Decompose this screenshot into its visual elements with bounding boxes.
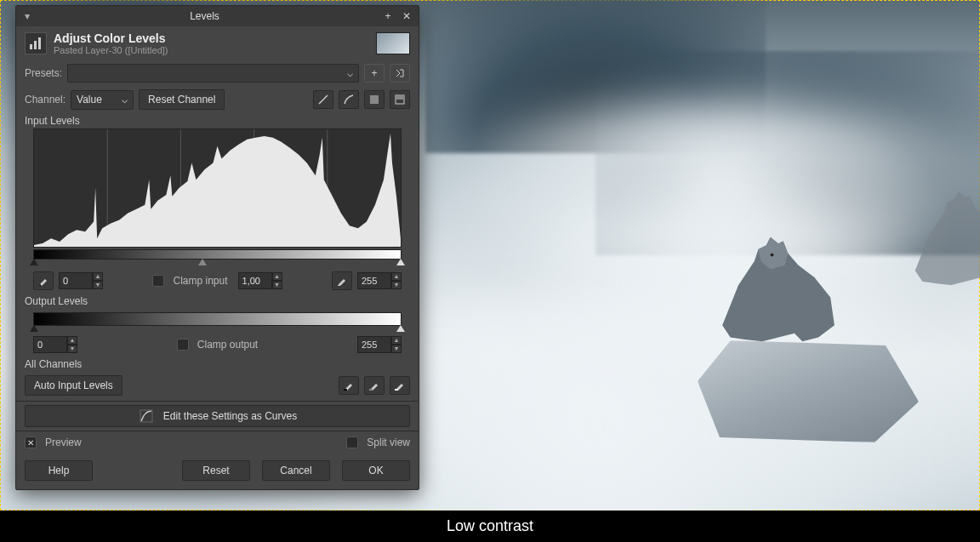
svg-rect-2 bbox=[34, 41, 37, 49]
output-white-slider[interactable] bbox=[396, 325, 405, 332]
dialog-header: Adjust Color Levels Pasted Layer-30 ([Un… bbox=[16, 26, 419, 60]
spin-up-icon[interactable]: ▲ bbox=[93, 272, 103, 281]
preset-menu-button[interactable] bbox=[390, 64, 410, 83]
clamp-output-checkbox[interactable] bbox=[177, 339, 189, 351]
input-low-spinner[interactable]: ▲▼ bbox=[59, 272, 103, 289]
caption: Low contrast bbox=[0, 511, 980, 542]
output-low-spinner[interactable]: ▲▼ bbox=[33, 336, 77, 353]
input-low-field[interactable] bbox=[59, 272, 93, 289]
split-view-checkbox[interactable] bbox=[346, 436, 358, 448]
reset-button[interactable]: Reset bbox=[182, 460, 250, 481]
split-view-label: Split view bbox=[367, 436, 410, 448]
pick-black-button[interactable] bbox=[339, 376, 359, 395]
output-gradient[interactable] bbox=[33, 312, 402, 326]
pick-white-button[interactable] bbox=[390, 376, 410, 395]
close-icon[interactable]: ✕ bbox=[400, 9, 413, 23]
chevron-down-icon: ⌵ bbox=[122, 94, 128, 106]
spin-up-icon[interactable]: ▲ bbox=[272, 272, 282, 281]
spin-down-icon[interactable]: ▼ bbox=[272, 281, 282, 289]
plus-icon[interactable]: + bbox=[381, 9, 395, 23]
gamma-spinner[interactable]: ▲▼ bbox=[238, 272, 282, 289]
auto-input-levels-button[interactable]: Auto Input Levels bbox=[25, 375, 122, 396]
titlebar[interactable]: ▾ Levels + ✕ bbox=[16, 6, 419, 26]
chevron-down-icon: ⌵ bbox=[347, 67, 353, 79]
pick-gray-button[interactable] bbox=[364, 376, 385, 395]
all-channels-label: All Channels bbox=[16, 357, 419, 372]
channel-label: Channel: bbox=[25, 94, 66, 106]
black-point-slider[interactable] bbox=[30, 259, 38, 265]
output-black-slider[interactable] bbox=[30, 325, 38, 332]
channel-dropdown[interactable]: Value⌵ bbox=[71, 90, 134, 110]
histogram-mode-2-button[interactable] bbox=[390, 90, 410, 109]
svg-point-0 bbox=[771, 254, 774, 257]
output-levels-label: Output Levels bbox=[16, 294, 419, 309]
wolf bbox=[893, 177, 981, 300]
edit-as-curves-button[interactable]: Edit these Settings as Curves bbox=[25, 405, 410, 427]
cancel-button[interactable]: Cancel bbox=[262, 460, 330, 481]
levels-dialog: ▾ Levels + ✕ Adjust Color Levels Pasted … bbox=[15, 5, 419, 490]
spin-down-icon[interactable]: ▼ bbox=[67, 345, 77, 353]
preview-label: Preview bbox=[45, 436, 82, 448]
output-high-field[interactable] bbox=[357, 336, 391, 353]
black-eyedropper-button[interactable] bbox=[33, 271, 54, 290]
dialog-subtitle: Pasted Layer-30 ([Untitled]) bbox=[54, 45, 369, 55]
output-low-field[interactable] bbox=[33, 336, 67, 353]
white-point-slider[interactable] bbox=[396, 259, 405, 265]
dialog-title: Adjust Color Levels bbox=[54, 31, 369, 45]
spin-up-icon[interactable]: ▲ bbox=[391, 336, 402, 345]
input-high-field[interactable] bbox=[357, 272, 391, 289]
window-title: Levels bbox=[33, 10, 376, 22]
ok-button[interactable]: OK bbox=[342, 460, 410, 481]
spin-up-icon[interactable]: ▲ bbox=[67, 336, 77, 345]
svg-rect-4 bbox=[370, 95, 379, 104]
gamma-field[interactable] bbox=[238, 272, 272, 289]
wolf bbox=[698, 221, 859, 357]
svg-rect-12 bbox=[369, 389, 373, 391]
svg-rect-11 bbox=[344, 389, 347, 391]
histogram-mode-1-button[interactable] bbox=[364, 90, 385, 109]
input-gradient[interactable] bbox=[33, 249, 402, 260]
clamp-output-label: Clamp output bbox=[197, 339, 258, 351]
levels-tool-icon bbox=[25, 32, 47, 54]
window-menu-icon[interactable]: ▾ bbox=[21, 10, 33, 22]
add-preset-button[interactable]: + bbox=[364, 64, 385, 83]
clamp-input-label: Clamp input bbox=[173, 275, 227, 287]
svg-rect-3 bbox=[38, 37, 41, 49]
presets-label: Presets: bbox=[25, 67, 62, 79]
spin-up-icon[interactable]: ▲ bbox=[391, 272, 402, 281]
clamp-input-checkbox[interactable] bbox=[152, 275, 164, 287]
svg-rect-6 bbox=[396, 95, 404, 100]
linear-histogram-button[interactable] bbox=[313, 90, 333, 109]
layer-thumbnail bbox=[376, 32, 410, 54]
spin-down-icon[interactable]: ▼ bbox=[93, 281, 103, 289]
input-levels-label: Input Levels bbox=[16, 113, 419, 128]
plus-icon: + bbox=[371, 67, 377, 79]
presets-dropdown[interactable]: ⌵ bbox=[67, 64, 359, 83]
svg-rect-13 bbox=[395, 389, 398, 391]
histogram[interactable] bbox=[33, 128, 402, 248]
help-button[interactable]: Help bbox=[25, 460, 93, 481]
gamma-slider[interactable] bbox=[198, 259, 207, 265]
output-high-spinner[interactable]: ▲▼ bbox=[357, 336, 402, 353]
spin-down-icon[interactable]: ▼ bbox=[391, 281, 402, 289]
svg-rect-1 bbox=[30, 44, 32, 49]
reset-channel-button[interactable]: Reset Channel bbox=[139, 89, 225, 110]
curves-icon bbox=[138, 409, 155, 423]
white-eyedropper-button[interactable] bbox=[332, 271, 352, 290]
log-histogram-button[interactable] bbox=[339, 90, 359, 109]
input-high-spinner[interactable]: ▲▼ bbox=[357, 272, 402, 289]
spin-down-icon[interactable]: ▼ bbox=[391, 345, 402, 353]
preview-checkbox[interactable] bbox=[25, 436, 37, 448]
